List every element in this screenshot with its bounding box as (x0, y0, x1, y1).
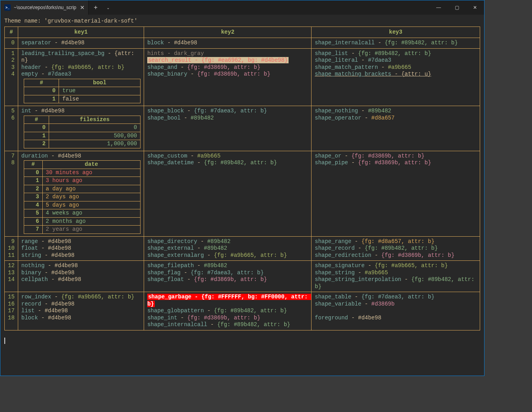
theme-entry: block - #d4be98 (147, 40, 308, 47)
inner-row: 0true (24, 87, 140, 95)
theme-entry: float - #d4be98 (21, 245, 141, 252)
theme-entry: hints - dark_gray (147, 50, 308, 57)
inner-row: 13 hours ago (24, 177, 140, 185)
prompt-line[interactable] (4, 338, 480, 346)
titlebar: >_ ~\source\repos\forks\nu_scrip ✕ + ⌄ —… (0, 0, 484, 15)
theme-entry: shape_flag - {fg: #7daea3, attr: b} (147, 270, 308, 277)
header-num: # (5, 27, 18, 38)
theme-entry: cellpath - #d4be98 (21, 276, 141, 283)
theme-entry: shape_or - {fg: #d3869b, attr: b} (315, 153, 477, 160)
cursor (4, 338, 5, 344)
inner-row: 2a day ago (24, 185, 140, 193)
theme-entry: header - {fg: #a9b665, attr: b} (21, 64, 141, 71)
theme-entry: leading_trailing_space_bg - {attr: n} (21, 50, 141, 64)
theme-entry: binary - #d4be98 (21, 270, 141, 277)
theme-entry: foreground - #d4be98 (315, 315, 477, 322)
cell-k2: shape_block - {fg: #7daea3, attr: b}shap… (144, 106, 312, 151)
inner-row: 54 weeks ago (24, 209, 140, 218)
inner-row: 030 minutes ago (24, 169, 140, 177)
table-row: 9 10 11range - #d4be98float - #d4be98str… (5, 236, 480, 261)
table-row: 15 16 17 18row_index - {fg: #a9b665, att… (5, 292, 480, 330)
theme-entry: shape_string_interpolation - {fg: #89b48… (315, 276, 477, 290)
terminal-tab[interactable]: >_ ~\source\repos\forks\nu_scrip ✕ (0, 0, 89, 15)
theme-entry: shape_binary - {fg: #d3869b, attr: b} (147, 71, 308, 78)
tab-title: ~\source\repos\forks\nu_scrip (14, 5, 76, 10)
terminal-window: >_ ~\source\repos\forks\nu_scrip ✕ + ⌄ —… (0, 0, 484, 376)
table-row: 7 8duration - #d4be98#date030 minutes ag… (5, 151, 480, 236)
theme-entry: shape_list - {fg: #89b482, attr: b} (315, 50, 477, 57)
inner-table-filesizes: #filesizes001500,00021,000,000 (24, 116, 141, 148)
new-tab-button[interactable]: + (89, 0, 103, 15)
theme-entry: shape_directory - #89b482 (147, 238, 308, 245)
theme-entry: row_index - {fg: #a9b665, attr: b} (21, 294, 141, 301)
theme-entry: shape_externalarg - {fg: #a9b665, attr: … (147, 252, 308, 259)
header-key1: key1 (18, 27, 144, 38)
cell-k2: shape_filepath - #89b482shape_flag - {fg… (144, 261, 312, 292)
cell-k2: shape_directory - #89b482shape_external … (144, 236, 312, 261)
cell-k3: shape_or - {fg: #d3869b, attr: b}shape_p… (312, 151, 480, 236)
cell-k1: leading_trailing_space_bg - {attr: n}hea… (18, 48, 144, 106)
theme-entry: shape_signature - {fg: #a9b665, attr: b} (315, 262, 477, 270)
theme-entry: shape_variable - #d3869b (315, 301, 477, 308)
table-row: 12 13 14nothing - #d4be98binary - #d4be9… (5, 261, 480, 292)
theme-entry: shape_datetime - {fg: #89b482, attr: b} (147, 159, 308, 167)
theme-entry: shape_float - {fg: #d3869b, attr: b} (147, 276, 308, 283)
theme-entry: shape_custom - #a9b665 (147, 153, 308, 160)
cell-k1: duration - #d4be98#date030 minutes ago13… (18, 151, 144, 236)
maximize-button[interactable]: ▢ (448, 0, 466, 15)
inner-row: 1500,000 (24, 132, 140, 140)
theme-entry: shape_range - {fg: #d8a657, attr: b} (315, 238, 477, 245)
table-header-row: # key1 key2 key3 (5, 27, 480, 38)
theme-entry: shape_literal - #7daea3 (315, 57, 477, 64)
cell-k2: shape_garbage - {fg: #FFFFFF, bg: #FF000… (144, 292, 312, 330)
cell-k3: shape_list - {fg: #89b482, attr: b}shape… (312, 48, 480, 106)
theme-entry: shape_match_pattern - #a9b665 (315, 64, 477, 71)
cell-k3: shape_signature - {fg: #a9b665, attr: b}… (312, 261, 480, 292)
theme-entry: nothing - #d4be98 (21, 262, 141, 270)
inner-row: 1false (24, 95, 140, 103)
close-button[interactable]: ✕ (466, 0, 484, 15)
theme-entry: shape_internalcall - {fg: #89b482, attr:… (315, 40, 477, 47)
cell-k2: shape_custom - #a9b665shape_datetime - {… (144, 151, 312, 236)
powershell-icon: >_ (4, 4, 11, 11)
row-index: 7 8 (5, 151, 18, 236)
cell-k2: hints - dark_graysearch_result - {fg: #e… (144, 48, 312, 106)
theme-entry: shape_table - {fg: #7daea3, attr: b} (315, 294, 477, 301)
row-index: 5 6 (5, 106, 18, 151)
theme-entry: shape_external - #89b482 (147, 245, 308, 252)
minimize-button[interactable]: — (429, 0, 448, 15)
cell-k1: nothing - #d4be98binary - #d4be98cellpat… (18, 261, 144, 292)
tab-dropdown-icon[interactable]: ⌄ (103, 0, 113, 15)
theme-entry: shape_pipe - {fg: #d3869b, attr: b} (315, 159, 477, 167)
inner-row: 72 years ago (24, 226, 140, 234)
cell-k2: block - #d4be98 (144, 38, 312, 49)
terminal-body[interactable]: Theme name: 'gruvbox-material-dark-soft'… (0, 15, 484, 376)
inner-table-date: #date030 minutes ago13 hours ago2a day a… (24, 160, 141, 234)
theme-entry: shape_string - #a9b665 (315, 270, 477, 277)
tab-close-icon[interactable]: ✕ (80, 4, 85, 11)
table-row: 0separator - #d4be98block - #d4be98shape… (5, 38, 480, 49)
cell-k3: shape_table - {fg: #7daea3, attr: b}shap… (312, 292, 480, 330)
inner-row: 32 days ago (24, 193, 140, 201)
theme-entry: shape_internalcall - {fg: #89b482, attr:… (147, 321, 308, 328)
inner-row: 62 months ago (24, 217, 140, 226)
theme-entry: string - #d4be98 (21, 252, 141, 259)
cell-k3: shape_nothing - #89b482shape_operator - … (312, 106, 480, 151)
theme-entry: range - #d4be98 (21, 238, 141, 245)
theme-entry: shape_globpattern - {fg: #89b482, attr: … (147, 308, 308, 315)
row-index: 0 (5, 38, 18, 49)
theme-entry: shape_nothing - #89b482 (315, 108, 477, 115)
theme-entry: record - #d4be98 (21, 301, 141, 308)
theme-name-line: Theme name: 'gruvbox-material-dark-soft' (4, 18, 480, 25)
theme-entry: shape_filepath - #89b482 (147, 262, 308, 270)
theme-entry: shape_and - {fg: #d3869b, attr: b} (147, 64, 308, 71)
theme-entry: shape_record - {fg: #89b482, attr: b} (315, 245, 477, 252)
titlebar-drag-area[interactable] (113, 0, 429, 15)
table-row: 5 6int - #d4be98#filesizes001500,00021,0… (5, 106, 480, 151)
theme-entry: separator - #d4be98 (21, 40, 141, 47)
inner-row: 00 (24, 124, 140, 132)
shape-garbage-line: shape_garbage - {fg: #FFFFFF, bg: #FF000… (147, 294, 311, 307)
theme-table: # key1 key2 key3 0separator - #d4be98blo… (4, 27, 480, 330)
theme-entry: shape_matching_brackets - {attr: u} (315, 71, 477, 78)
theme-entry: list - #d4be98 (21, 308, 141, 315)
